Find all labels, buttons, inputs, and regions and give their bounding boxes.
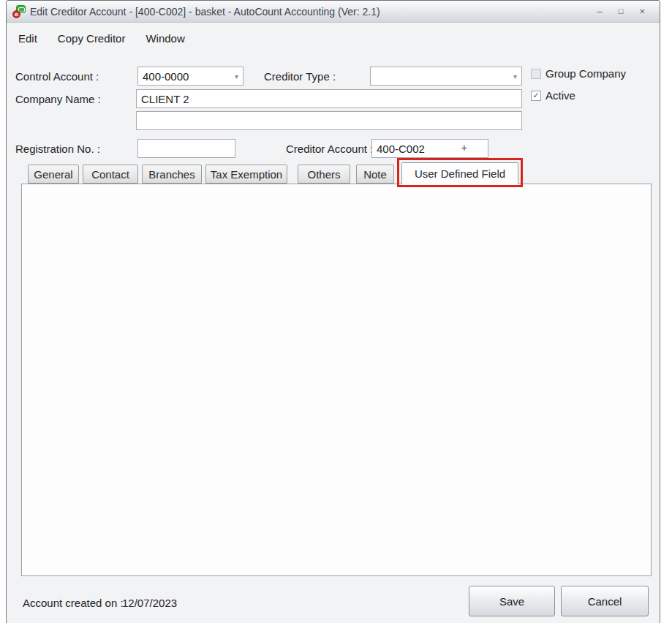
tab-tax-exemption[interactable]: Tax Exemption [205, 165, 287, 184]
menu-item-copy-creditor[interactable]: Copy Creditor [48, 29, 136, 48]
control-account-combobox[interactable]: 400-0000 ▾ [137, 67, 243, 86]
checkbox-unchecked-icon[interactable] [531, 69, 541, 79]
company-name-input-2[interactable] [136, 111, 522, 130]
close-icon[interactable]: × [639, 7, 645, 16]
menu-item-edit[interactable]: Edit [8, 29, 48, 48]
creditor-type-combobox[interactable]: ▾ [370, 67, 522, 86]
company-name-label: Company Name : [15, 93, 101, 105]
company-name-input[interactable]: CLIENT 2 [136, 89, 522, 108]
maximize-icon[interactable]: □ [619, 7, 624, 15]
menu-item-window[interactable]: Window [135, 29, 195, 48]
menu-bar: Edit Copy Creditor Window [8, 29, 195, 48]
window-title: Edit Creditor Account - [400-C002] - bas… [30, 6, 380, 18]
registration-no-label: Registration No. : [15, 143, 100, 155]
registration-no-input[interactable] [137, 139, 235, 158]
app-icon: a [12, 5, 26, 18]
checkbox-checked-icon[interactable]: ✓ [531, 91, 541, 101]
active-checkbox[interactable]: ✓ Active [531, 89, 575, 102]
group-company-checkbox[interactable]: Group Company [531, 67, 626, 80]
company-name-value: CLIENT 2 [141, 93, 189, 105]
add-icon[interactable]: + [461, 142, 467, 154]
save-button[interactable]: Save [469, 586, 555, 616]
app-icon-red-letter: a [12, 10, 20, 18]
creditor-account-label: Creditor Account : [286, 143, 373, 155]
account-created-date: 12/07/2023 [122, 597, 177, 609]
control-account-label: Control Account : [15, 70, 99, 83]
tab-note[interactable]: Note [356, 165, 394, 184]
creditor-account-input[interactable]: 400-C002 + [371, 139, 488, 158]
tab-others[interactable]: Others [298, 165, 350, 184]
tab-contact[interactable]: Contact [83, 165, 138, 184]
dropdown-arrow-icon[interactable]: ▾ [513, 72, 517, 80]
tab-user-defined-field[interactable]: User Defined Field [401, 162, 518, 184]
tab-general[interactable]: General [28, 165, 79, 184]
screenshot-stage: a Edit Creditor Account - [400-C002] - b… [0, 0, 672, 623]
control-account-value: 400-0000 [143, 70, 189, 83]
tab-content-panel [21, 184, 652, 576]
minimize-icon[interactable]: – [597, 7, 603, 16]
creditor-type-label: Creditor Type : [264, 70, 336, 83]
group-company-label: Group Company [545, 67, 626, 80]
dropdown-arrow-icon[interactable]: ▾ [235, 72, 238, 80]
window-controls: – □ × [597, 7, 654, 16]
title-bar[interactable]: a Edit Creditor Account - [400-C002] - b… [7, 1, 660, 23]
tab-branches[interactable]: Branches [142, 165, 202, 184]
creditor-account-value: 400-C002 [377, 143, 425, 155]
active-label: Active [545, 89, 575, 102]
cancel-button[interactable]: Cancel [561, 586, 649, 616]
edit-creditor-account-window: a Edit Creditor Account - [400-C002] - b… [6, 0, 660, 623]
account-created-label: Account created on : [23, 597, 124, 609]
